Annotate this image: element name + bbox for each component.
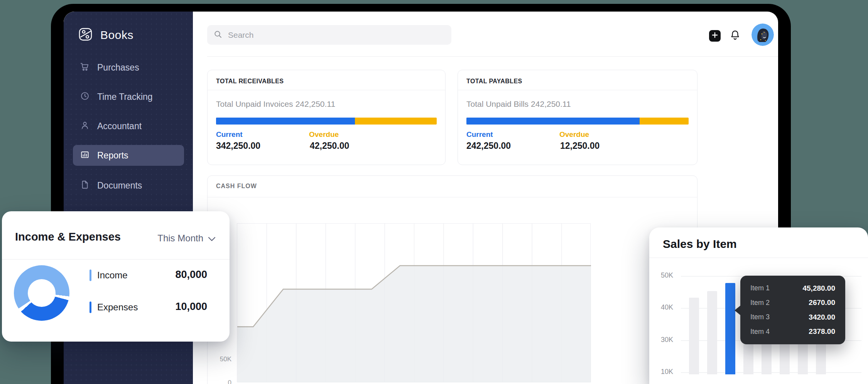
- sidebar-item-accountant[interactable]: Accountant: [73, 116, 184, 136]
- overdue-label: Overdue: [309, 130, 339, 139]
- expenses-value: 10,000: [175, 301, 207, 313]
- sidebar-item-reports[interactable]: Reports: [73, 145, 184, 166]
- sidebar-item-label: Reports: [97, 150, 128, 161]
- marketing-canvas: Books Purchases Time Tracking: [0, 0, 868, 384]
- cart-icon: [80, 62, 90, 73]
- tooltip-arrow: [735, 305, 741, 315]
- expenses-legend-swatch: [90, 301, 91, 313]
- cash-flow-card: CASH FLOW 50K 0: [207, 175, 697, 384]
- unpaid-summary: Total Unpaid Bills242,250.11: [466, 99, 571, 109]
- tooltip-item-value: 2378.00: [809, 327, 835, 336]
- y-axis-label: 40K: [649, 303, 673, 312]
- card-divider: [2, 259, 230, 259]
- plus-icon: [711, 32, 718, 40]
- total-receivables-card: TOTAL RECEIVABLES Total Unpaid Invoices2…: [207, 70, 446, 165]
- current-label: Current: [216, 130, 243, 139]
- tooltip-item-label: Item 1: [750, 284, 770, 292]
- document-icon: [80, 180, 90, 191]
- card-title: TOTAL RECEIVABLES: [216, 78, 284, 85]
- user-avatar[interactable]: [751, 24, 774, 46]
- books-logo-icon: [77, 26, 94, 44]
- payables-progress-current: [466, 118, 640, 125]
- sidebar-item-purchases[interactable]: Purchases: [73, 57, 184, 78]
- sales-bar-highlighted[interactable]: [725, 283, 735, 374]
- search-bar[interactable]: [207, 25, 451, 45]
- cash-flow-area-chart: [237, 223, 591, 382]
- receivables-progress-current: [216, 118, 355, 125]
- card-divider: [458, 90, 697, 90]
- notifications-button[interactable]: [729, 30, 741, 42]
- overdue-value: 12,250.00: [560, 141, 599, 151]
- tooltip-item-value: 45,280.00: [802, 284, 835, 293]
- sales-by-item-card: Sales by Item 50K 40K 30K 10K Item 1 45,…: [649, 227, 868, 384]
- sidebar-item-documents[interactable]: Documents: [73, 175, 184, 196]
- bell-icon: [730, 30, 740, 42]
- card-title: Sales by Item: [663, 237, 737, 251]
- accountant-icon: [80, 120, 90, 132]
- y-axis-label: 50K: [649, 271, 673, 280]
- chevron-down-icon: [208, 233, 216, 244]
- unpaid-summary: Total Unpaid Invoices242,250.11: [216, 99, 335, 109]
- tooltip-row: Item 3 3420.00: [750, 313, 835, 322]
- sales-bar[interactable]: [707, 291, 717, 374]
- y-axis-label-0: 0: [208, 379, 231, 384]
- app-logo: Books: [77, 26, 133, 44]
- unpaid-value: 242,250.11: [531, 99, 571, 108]
- unpaid-label: Total Unpaid Bills: [466, 99, 529, 108]
- search-input[interactable]: [227, 30, 445, 40]
- unpaid-value: 242,250.11: [296, 99, 336, 108]
- tooltip-row: Item 4 2378.00: [750, 327, 835, 336]
- y-axis-label: 10K: [649, 368, 673, 376]
- sidebar-item-label: Purchases: [97, 62, 139, 73]
- total-payables-card: TOTAL PAYABLES Total Unpaid Bills242,250…: [458, 70, 697, 165]
- sales-tooltip: Item 1 45,280.00 Item 2 2670.00 Item 3 3…: [740, 276, 845, 344]
- reports-icon: [80, 150, 90, 161]
- clock-icon: [80, 91, 90, 103]
- card-title: TOTAL PAYABLES: [466, 78, 522, 85]
- tooltip-item-label: Item 2: [750, 299, 770, 307]
- sidebar-item-time-tracking[interactable]: Time Tracking: [73, 86, 184, 107]
- sidebar-item-label: Documents: [97, 180, 142, 191]
- overdue-label: Overdue: [559, 130, 589, 139]
- period-label: This Month: [157, 233, 203, 244]
- tooltip-item-value: 2670.00: [809, 298, 835, 307]
- y-axis-label: 30K: [649, 336, 673, 344]
- quick-create-button[interactable]: [709, 30, 721, 42]
- current-value: 342,250.00: [216, 141, 260, 151]
- income-legend-swatch: [90, 269, 91, 281]
- tooltip-item-label: Item 4: [750, 328, 770, 336]
- card-divider: [208, 197, 697, 197]
- app-title: Books: [100, 29, 133, 42]
- income-expenses-card: Income & Expenses This Month Income 80,0…: [2, 211, 230, 342]
- unpaid-label: Total Unpaid Invoices: [216, 99, 293, 108]
- card-title: Income & Expenses: [15, 231, 121, 243]
- card-title: CASH FLOW: [216, 183, 257, 190]
- receivables-progress: [216, 118, 437, 125]
- sidebar-item-label: Accountant: [97, 121, 142, 131]
- current-label: Current: [466, 130, 493, 139]
- topbar-divider: [207, 56, 778, 57]
- payables-progress: [466, 118, 689, 125]
- card-divider: [208, 90, 445, 90]
- current-value: 242,250.00: [466, 141, 511, 151]
- tooltip-item-value: 3420.00: [809, 313, 835, 322]
- income-value: 80,000: [175, 269, 207, 281]
- sales-bar[interactable]: [689, 298, 699, 374]
- sidebar-item-label: Time Tracking: [97, 92, 153, 102]
- income-expenses-donut-chart: [14, 265, 69, 321]
- period-dropdown[interactable]: This Month: [157, 233, 216, 244]
- tooltip-row: Item 1 45,280.00: [750, 284, 835, 293]
- expenses-legend-label: Expenses: [97, 302, 138, 313]
- card-divider: [649, 258, 868, 258]
- tooltip-row: Item 2 2670.00: [750, 298, 835, 307]
- y-axis-label-50k: 50K: [208, 355, 231, 363]
- tooltip-item-label: Item 3: [750, 313, 770, 321]
- overdue-value: 42,250.00: [310, 141, 349, 151]
- search-icon: [213, 30, 223, 40]
- income-legend-label: Income: [97, 270, 128, 281]
